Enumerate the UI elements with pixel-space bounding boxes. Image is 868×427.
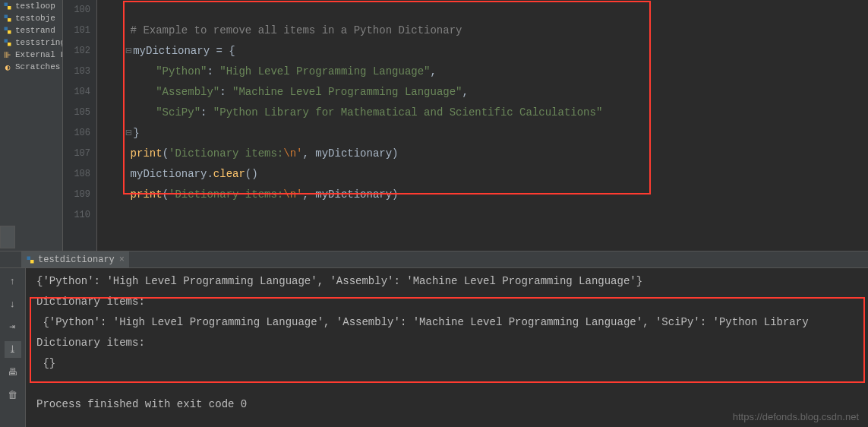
code-editor[interactable]: # Example to remove all items in a Pytho… xyxy=(97,0,868,251)
code-line-104[interactable]: "Assembly": "Machine Level Programming L… xyxy=(97,82,868,103)
svg-rect-0 xyxy=(5,3,8,7)
comma: , xyxy=(431,65,437,77)
python-file-icon xyxy=(3,26,12,35)
python-file-icon xyxy=(3,2,12,11)
sidebar-item-teststring[interactable]: teststring xyxy=(0,36,62,49)
sidebar-item-label: Scratches a xyxy=(15,62,63,71)
colon: : xyxy=(200,106,213,119)
down-icon[interactable]: ↓ xyxy=(5,296,21,312)
line-number: 102 xyxy=(63,41,96,62)
code-line-107[interactable]: print('Dictionary items:\n', myDictionar… xyxy=(97,144,868,164)
console-line: Dictionary items: xyxy=(36,292,857,312)
project-sidebar[interactable]: testloop testobje testrand teststring ⊪ … xyxy=(0,0,63,251)
wrap-icon[interactable]: ⇥ xyxy=(5,318,21,335)
string-literal: 'Dictionary items: xyxy=(169,188,283,201)
identifier: myDictionary. xyxy=(105,168,213,180)
builtin-func: print xyxy=(131,147,163,160)
tab-testdictionary[interactable]: testdictionary × xyxy=(21,251,129,267)
string-literal: "SciPy" xyxy=(156,106,200,119)
string-literal: "Python" xyxy=(156,65,207,77)
scratches-icon: ◐ xyxy=(3,62,12,71)
line-number: 106 xyxy=(63,123,96,144)
console-line: {'Python': 'High Level Programming Langu… xyxy=(36,271,857,292)
console-line: Dictionary items: xyxy=(36,333,857,353)
sidebar-external-libs[interactable]: ⊪ External Lib xyxy=(0,49,62,61)
sidebar-item-testloop[interactable]: testloop xyxy=(0,0,62,12)
svg-rect-4 xyxy=(5,27,8,31)
escape-seq: \n' xyxy=(283,147,302,160)
fold-icon[interactable]: ⊟ xyxy=(124,41,133,62)
method-call: clear xyxy=(213,168,245,180)
comment-text: # Example to remove all items in a Pytho… xyxy=(105,24,462,36)
sidebar-item-label: testloop xyxy=(15,2,55,11)
line-number: 100 xyxy=(63,0,96,21)
code-text: } xyxy=(133,127,139,139)
code-text: , myDictionary) xyxy=(302,147,398,160)
console-line: {'Python': 'High Level Programming Langu… xyxy=(36,312,857,333)
code-line-103[interactable]: "Python": "High Level Programming Langua… xyxy=(97,62,868,82)
line-gutter: 100 101 102 103 104 105 106 107 108 109 … xyxy=(63,0,97,251)
fold-icon[interactable]: ⊟ xyxy=(124,123,133,144)
close-icon[interactable]: × xyxy=(119,255,125,265)
svg-rect-5 xyxy=(8,30,11,34)
line-number: 110 xyxy=(63,205,96,226)
sidebar-item-label: testrand xyxy=(15,26,55,35)
builtin-func: print xyxy=(131,188,163,201)
svg-rect-3 xyxy=(8,18,11,22)
escape-seq: \n' xyxy=(283,188,302,201)
svg-rect-9 xyxy=(30,260,34,264)
line-number: 104 xyxy=(63,82,96,103)
string-literal: "High Level Programming Language" xyxy=(219,65,430,77)
trash-icon[interactable]: 🗑 xyxy=(5,387,21,403)
paren: ( xyxy=(163,147,169,160)
svg-rect-1 xyxy=(8,6,11,10)
svg-rect-2 xyxy=(5,15,8,19)
up-icon[interactable]: ↑ xyxy=(5,273,21,289)
code-text: : xyxy=(207,65,219,77)
line-number: 107 xyxy=(63,144,96,164)
tab-label: testdictionary xyxy=(38,255,115,265)
code-line-105[interactable]: "SciPy": "Python Library for Mathematica… xyxy=(97,103,868,123)
tool-window-button[interactable] xyxy=(0,226,15,248)
print-icon[interactable]: 🖶 xyxy=(5,364,21,381)
sidebar-item-testrand[interactable]: testrand xyxy=(0,24,62,36)
code-text: () xyxy=(245,168,258,180)
code-line-108[interactable]: myDictionary.clear() xyxy=(97,164,868,185)
line-number: 105 xyxy=(63,103,96,123)
code-line-100[interactable] xyxy=(97,0,868,21)
string-literal: "Machine Level Programming Language" xyxy=(232,86,462,98)
console-toolbar: ↑ ↓ ⇥ ⤓ 🖶 🗑 xyxy=(0,268,26,427)
run-tool-window: ↑ ↓ ⇥ ⤓ 🖶 🗑 {'Python': 'High Level Progr… xyxy=(0,268,868,427)
line-number: 108 xyxy=(63,164,96,185)
sidebar-item-label: testobje xyxy=(15,14,55,23)
sidebar-item-label: teststring xyxy=(15,38,63,47)
colon: : xyxy=(219,86,232,98)
code-text: , myDictionary) xyxy=(302,188,398,201)
scroll-icon[interactable]: ⤓ xyxy=(5,341,21,358)
console-output[interactable]: {'Python': 'High Level Programming Langu… xyxy=(26,268,868,427)
code-line-110[interactable] xyxy=(97,205,868,226)
line-number: 103 xyxy=(63,62,96,82)
code-text: = { xyxy=(210,45,235,57)
console-line: {} xyxy=(36,353,857,374)
paren: ( xyxy=(163,188,169,201)
comma: , xyxy=(462,86,469,98)
sidebar-item-testobje[interactable]: testobje xyxy=(0,12,62,24)
code-line-101[interactable]: # Example to remove all items in a Pytho… xyxy=(97,21,868,41)
code-line-109[interactable]: print('Dictionary items:\n', myDictionar… xyxy=(97,185,868,205)
console-line xyxy=(36,374,857,394)
string-literal: "Python Library for Mathematical and Sci… xyxy=(213,106,602,119)
editor-area: testloop testobje testrand teststring ⊪ … xyxy=(0,0,868,251)
string-literal: "Assembly" xyxy=(156,86,219,98)
svg-rect-8 xyxy=(27,256,31,260)
sidebar-item-label: External Lib xyxy=(15,50,63,59)
svg-rect-7 xyxy=(8,43,11,46)
line-number: 101 xyxy=(63,21,96,41)
library-icon: ⊪ xyxy=(3,50,12,59)
line-number: 109 xyxy=(63,185,96,205)
sidebar-scratches[interactable]: ◐ Scratches a xyxy=(0,61,62,73)
python-file-icon xyxy=(3,14,12,23)
svg-rect-6 xyxy=(5,40,8,43)
code-line-102[interactable]: ⊟myDictionary = { xyxy=(97,41,868,62)
code-line-106[interactable]: ⊟} xyxy=(97,123,868,144)
